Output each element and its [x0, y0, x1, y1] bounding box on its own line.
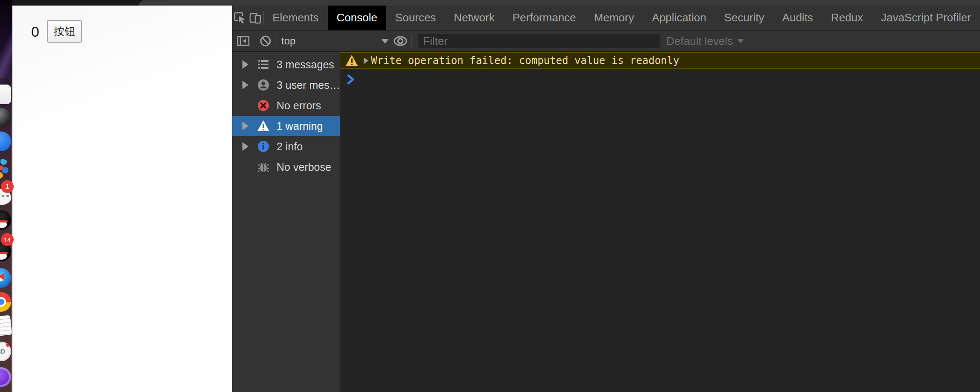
tab-audits[interactable]: Audits — [773, 6, 822, 30]
sidebar-toggle-icon — [236, 34, 251, 48]
tab-sources[interactable]: Sources — [386, 6, 445, 30]
devtools-tabbar: Elements Console Sources Network Perform… — [232, 6, 980, 30]
console-prompt[interactable] — [340, 69, 980, 85]
live-expression-button[interactable] — [389, 31, 411, 51]
tab-elements[interactable]: Elements — [263, 6, 327, 30]
toggle-sidebar-button[interactable] — [232, 31, 254, 51]
sidebar-item-label: 1 warning — [277, 120, 323, 132]
dock-badge: 1 — [1, 180, 14, 193]
dock-badge: 14 — [1, 233, 14, 246]
clear-console-button[interactable] — [254, 31, 277, 51]
console-messages: Write operation failed: computed value i… — [340, 52, 980, 392]
verbose-bug-icon — [256, 160, 271, 174]
tab-memory[interactable]: Memory — [585, 6, 643, 30]
sidebar-item-label: 2 info — [277, 140, 303, 153]
page-content-row: 0 按钮 — [31, 20, 82, 43]
sidebar-item-label: 3 user mes… — [277, 79, 340, 91]
chevron-down-icon — [737, 39, 744, 43]
tab-application[interactable]: Application — [643, 6, 715, 30]
warning-triangle-icon — [346, 55, 358, 66]
error-icon — [256, 98, 271, 113]
expand-arrow-icon[interactable] — [242, 122, 248, 130]
context-label: top — [281, 35, 295, 47]
log-levels-label: Default levels — [666, 35, 733, 48]
chevron-down-icon — [381, 39, 389, 44]
tab-network[interactable]: Network — [445, 6, 503, 30]
browser-window-top-edge — [12, 0, 139, 6]
console-sidebar: 3 messages 3 user mes… — [232, 52, 340, 392]
console-body: 3 messages 3 user mes… — [232, 52, 980, 392]
device-toolbar-icon — [248, 11, 262, 25]
photos-3d-label: 3D — [0, 348, 5, 355]
sidebar-item-errors[interactable]: No errors — [232, 95, 340, 116]
sidebar-item-label: No errors — [277, 99, 321, 112]
expand-arrow-icon[interactable] — [242, 142, 248, 151]
tab-redux[interactable]: Redux — [822, 6, 872, 30]
device-toolbar-button[interactable] — [248, 6, 263, 30]
eye-icon — [392, 34, 408, 48]
filter-input[interactable] — [418, 34, 660, 48]
inspect-element-button[interactable] — [232, 6, 248, 30]
counter-value: 0 — [31, 24, 39, 39]
user-icon — [256, 78, 271, 92]
info-icon — [256, 139, 271, 154]
console-toolbar: top Default levels — [232, 31, 980, 52]
sidebar-item-messages[interactable]: 3 messages — [232, 54, 340, 75]
notes-icon[interactable] — [0, 315, 12, 337]
log-levels-dropdown[interactable]: Default levels — [666, 35, 744, 48]
screen: 1 14 3D 0 按钮 — [0, 0, 980, 392]
warning-message-row[interactable]: Write operation failed: computed value i… — [340, 52, 980, 69]
sidebar-item-user-messages[interactable]: 3 user mes… — [232, 75, 340, 95]
clear-console-icon — [258, 34, 273, 48]
tab-javascript-profiler[interactable]: JavaScript Profiler — [872, 6, 980, 30]
devtools-panel: Elements Console Sources Network Perform… — [232, 6, 980, 392]
tab-security[interactable]: Security — [715, 6, 773, 30]
warning-message-text: Write operation failed: computed value i… — [371, 55, 679, 67]
inspect-cursor-icon — [233, 11, 247, 25]
sidebar-item-label: No verbose — [277, 161, 331, 173]
page-button[interactable]: 按钮 — [47, 20, 82, 43]
expand-arrow-icon[interactable] — [242, 81, 248, 89]
warning-icon — [256, 119, 271, 133]
sidebar-item-info[interactable]: 2 info — [232, 136, 340, 157]
toolbar-separator — [411, 34, 412, 48]
sidebar-item-warnings[interactable]: 1 warning — [232, 116, 340, 136]
prompt-chevron-icon — [345, 74, 356, 85]
sidebar-item-verbose[interactable]: No verbose — [232, 157, 340, 177]
expand-arrow-icon[interactable] — [242, 60, 248, 69]
execution-context-selector[interactable]: top — [281, 35, 389, 47]
browser-page: 0 按钮 — [12, 6, 232, 392]
sidebar-item-label: 3 messages — [277, 59, 334, 71]
tab-console[interactable]: Console — [328, 6, 386, 30]
tab-performance[interactable]: Performance — [504, 6, 585, 30]
expand-arrow-icon[interactable] — [364, 57, 368, 64]
toolbar-separator — [277, 34, 277, 48]
devtools-window-top-edge — [139, 0, 980, 6]
list-icon — [256, 57, 271, 72]
finder-icon[interactable] — [0, 85, 11, 104]
